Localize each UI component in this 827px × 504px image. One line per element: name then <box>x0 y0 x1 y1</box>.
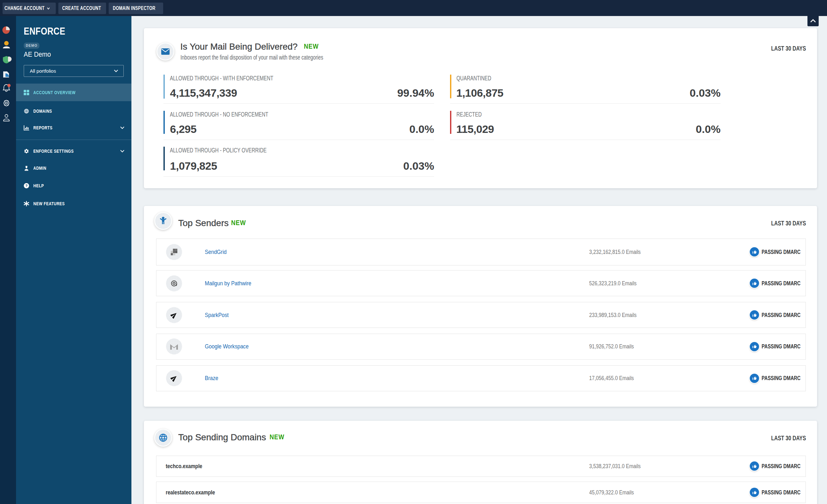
svg-text:?: ? <box>25 184 28 188</box>
